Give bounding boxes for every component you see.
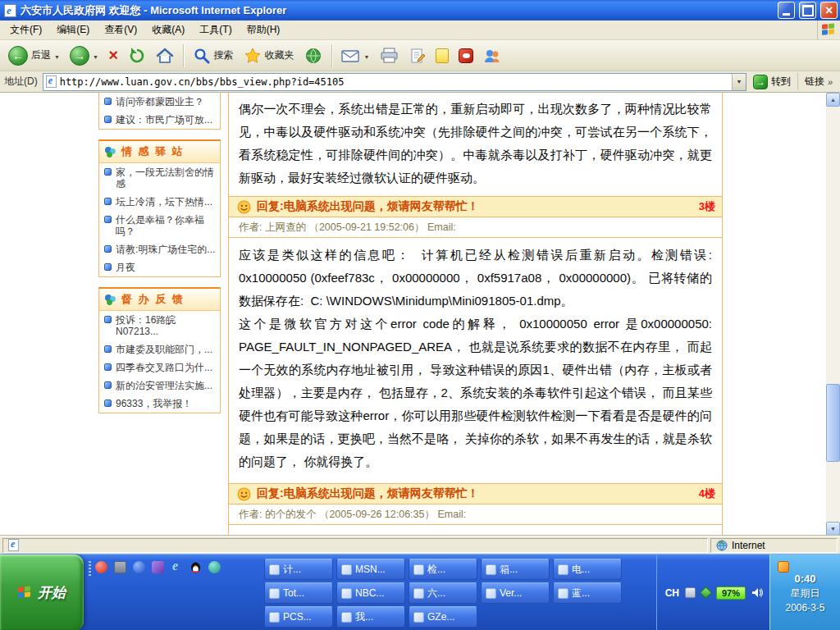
scroll-up-button[interactable] (826, 93, 840, 107)
messenger-app-icon[interactable] (95, 561, 107, 573)
tray-shield-icon[interactable] (700, 587, 713, 600)
menu-file[interactable]: 文件(F) (2, 21, 49, 39)
language-indicator[interactable]: CH (665, 587, 679, 599)
task-label: Tot... (283, 587, 304, 599)
quick-launch-handle[interactable] (89, 561, 91, 576)
qq-penguin-icon[interactable] (189, 561, 202, 573)
mail-button[interactable] (337, 45, 374, 66)
sidebar-topic-link[interactable]: 坛上冷清，坛下热情... (99, 193, 220, 211)
task-button[interactable]: 检... (409, 559, 477, 580)
history-globe-icon (304, 47, 322, 65)
menu-favorites[interactable]: 收藏(A) (144, 21, 192, 39)
maximize-button[interactable] (799, 2, 816, 19)
refresh-button[interactable] (124, 44, 150, 67)
people-icon (483, 48, 501, 64)
purple-app-icon[interactable] (152, 561, 164, 573)
topic-label: 市建委及职能部门，... (116, 344, 212, 355)
task-button[interactable]: Ver... (481, 582, 550, 604)
task-button[interactable]: 六... (409, 582, 477, 604)
sidebar-topic-link[interactable]: 月夜 (99, 258, 220, 276)
print-button[interactable] (376, 45, 404, 66)
reply-header: 回复:电脑系统出现问题，烦请网友帮帮忙！ 4楼 (229, 483, 722, 504)
menu-view[interactable]: 查看(V) (97, 21, 144, 39)
address-input[interactable] (60, 75, 732, 89)
sidebar-topic-link[interactable]: 请问帝都蒙园业主？ (99, 93, 220, 111)
back-button[interactable]: 后退 (4, 43, 64, 68)
window-title: 六安市人民政府网 欢迎您 - Microsoft Internet Explor… (21, 3, 774, 18)
battery-indicator[interactable]: 97% (716, 587, 746, 600)
notification-icon[interactable] (778, 561, 789, 573)
links-button[interactable]: 链接 (797, 73, 836, 90)
favorites-button[interactable]: 收藏夹 (240, 44, 299, 67)
task-button[interactable]: MSN... (336, 559, 405, 580)
menu-help[interactable]: 帮助(H) (240, 21, 288, 39)
scroll-down-button[interactable] (826, 522, 840, 536)
search-button[interactable]: 搜索 (189, 44, 238, 67)
community-button[interactable] (479, 45, 505, 66)
topic-label: 家，一段无法割舍的情感 (116, 167, 217, 189)
close-button[interactable] (820, 2, 838, 19)
task-label: MSN... (355, 564, 386, 575)
start-button[interactable]: 开始 (0, 555, 84, 630)
minimize-button[interactable] (778, 2, 795, 19)
topic-label: 月夜 (116, 262, 135, 273)
sidebar-topic-link[interactable]: 投诉：16路皖N07213... (99, 311, 220, 340)
home-button[interactable] (152, 44, 178, 67)
sidebar-topic-link[interactable]: 新的治安管理法实施... (99, 377, 220, 395)
bullet-icon (104, 198, 112, 205)
task-button[interactable]: 计... (264, 559, 333, 580)
menu-edit[interactable]: 编辑(E) (49, 21, 97, 39)
task-button[interactable]: 我... (336, 606, 405, 628)
notepad-button[interactable] (431, 46, 453, 66)
desktop: 六安市人民政府网 欢迎您 - Microsoft Internet Explor… (0, 0, 840, 630)
home-icon (156, 47, 174, 65)
zone-label: Internet (732, 540, 765, 551)
sidebar-topic-link[interactable]: 市建委及职能部门，... (99, 340, 220, 358)
sidebar-topic-link[interactable]: 建议：市民广场可放... (99, 111, 220, 129)
task-label: 计... (283, 563, 301, 577)
clock-panel[interactable]: 0:40 星期日 2006-3-5 (769, 555, 840, 630)
links-label: 链接 (805, 75, 824, 89)
window-icon (558, 564, 568, 575)
address-dropdown-button[interactable] (732, 74, 746, 90)
edit-button[interactable] (405, 45, 430, 66)
history-button[interactable] (300, 44, 326, 67)
stop-button[interactable] (104, 45, 122, 66)
bullet-icon (104, 363, 112, 371)
favorites-label: 收藏夹 (265, 48, 294, 62)
teal-app-icon[interactable] (208, 561, 221, 573)
clock-weekday: 星期日 (791, 587, 820, 600)
sidebar-topic-link[interactable]: 家，一段无法割舍的情感 (99, 163, 220, 193)
floppy-app-icon[interactable] (114, 561, 126, 573)
task-button[interactable]: 电... (553, 559, 622, 580)
messenger-button[interactable] (454, 46, 477, 66)
tray-app-icon[interactable] (685, 587, 696, 598)
sidebar-topic-link[interactable]: 四季春交叉路口为什... (99, 358, 220, 377)
sidebar-topic-link[interactable]: 96333，我举报！ (99, 395, 220, 413)
vertical-scrollbar[interactable] (826, 93, 840, 536)
go-button[interactable]: 转到 (751, 75, 792, 89)
sidebar-topic-link[interactable]: 什么是幸福？你幸福吗？ (99, 211, 220, 240)
task-button[interactable]: 箱... (481, 559, 550, 580)
forward-button[interactable] (66, 43, 103, 68)
scrollbar-thumb[interactable] (826, 384, 840, 462)
ie-launch-icon[interactable] (171, 561, 183, 573)
task-button[interactable]: Tot... (264, 582, 333, 604)
menu-tools[interactable]: 工具(T) (192, 21, 239, 39)
task-label: 蓝... (572, 587, 590, 600)
volume-icon[interactable] (751, 587, 763, 598)
toolbar-separator (183, 44, 184, 67)
start-label: 开始 (38, 583, 66, 602)
window-titlebar: 六安市人民政府网 欢迎您 - Microsoft Internet Explor… (0, 0, 840, 21)
bullet-icon (104, 216, 112, 223)
reply-body-text: 内存条坏了，换一个试试。 (229, 525, 722, 536)
windows-logo-icon (817, 21, 840, 39)
task-button[interactable]: GZe... (409, 606, 477, 628)
task-button[interactable]: PCS... (264, 606, 333, 628)
task-button[interactable]: NBC... (336, 582, 405, 604)
section-icon (104, 294, 116, 306)
task-button[interactable]: 蓝... (553, 582, 622, 604)
topic-label: 坛上冷清，坛下热情... (116, 196, 212, 208)
blue-app-icon[interactable] (133, 561, 145, 573)
sidebar-topic-link[interactable]: 请教:明珠广场住宅的... (99, 240, 220, 258)
